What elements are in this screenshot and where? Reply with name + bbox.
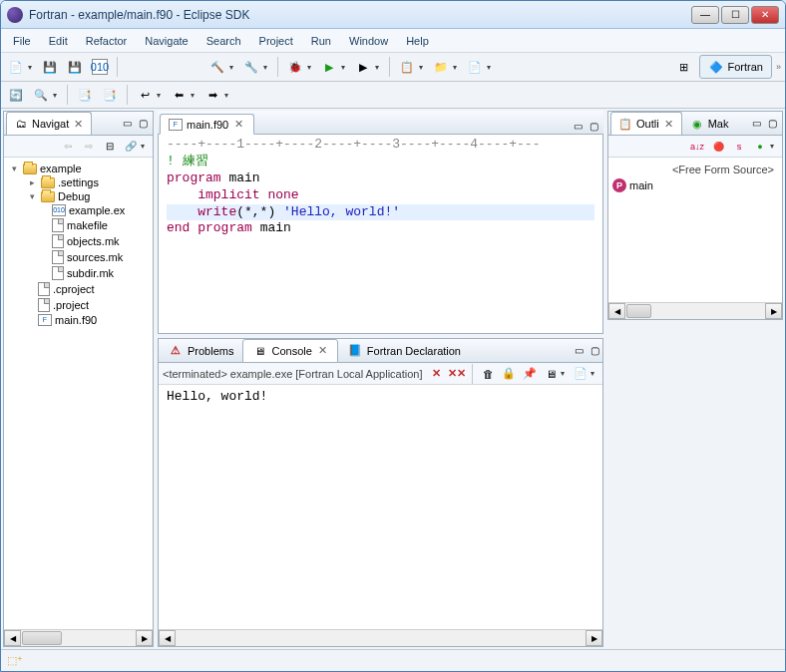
maximize-button[interactable]: ☐ <box>721 6 749 24</box>
outline-tab[interactable]: 📋 Outli ✕ <box>610 112 682 135</box>
sort-button[interactable]: a↓z <box>688 138 706 156</box>
console-tab-close-icon[interactable]: ✕ <box>316 344 329 357</box>
bottom-maximize-icon[interactable]: ▢ <box>587 343 602 359</box>
new-button[interactable]: 📄 <box>5 56 27 78</box>
outline-hscroll[interactable]: ◀▶ <box>608 302 782 319</box>
remove-launch-button[interactable]: ✕✕ <box>448 365 466 383</box>
menu-run[interactable]: Run <box>303 32 339 50</box>
tree-root[interactable]: ▾ example <box>8 162 149 175</box>
file-icon <box>52 218 64 232</box>
refresh-button[interactable]: 🔄 <box>5 84 27 106</box>
tree-item[interactable]: subdir.mk <box>8 265 149 281</box>
file-icon <box>38 298 50 312</box>
target-button[interactable]: 🔧 <box>240 56 262 78</box>
editor-ruler: ----+----1----+----2----+----3----+----4… <box>167 137 594 154</box>
link-editor-button[interactable]: 🔗 <box>122 138 140 156</box>
tree-item[interactable]: objects.mk <box>8 233 149 249</box>
new-class-button[interactable]: 📋 <box>396 56 418 78</box>
file-icon <box>52 234 64 248</box>
problems-tab[interactable]: ⚠ Problems <box>159 339 242 363</box>
scroll-lock-button[interactable]: 🔒 <box>500 365 518 383</box>
tree-item[interactable]: makefile <box>8 217 149 233</box>
menu-navigate[interactable]: Navigate <box>137 32 196 50</box>
file-icon <box>38 282 50 296</box>
tree-item[interactable]: 010 example.ex <box>8 203 149 217</box>
filter3-button[interactable]: ● <box>751 138 769 156</box>
make-button[interactable]: 010 <box>89 56 111 78</box>
outline-menu-icon[interactable]: ▾ <box>770 142 778 151</box>
console-output[interactable]: Hello, world! <box>159 385 602 629</box>
editor-body[interactable]: ----+----1----+----2----+----3----+----4… <box>158 135 603 334</box>
navigator-tab-label: Navigat <box>32 118 69 130</box>
console-hscroll[interactable]: ◀▶ <box>159 629 602 646</box>
view-menu-icon[interactable]: ▾ <box>141 142 149 151</box>
tree-item[interactable]: sources.mk <box>8 249 149 265</box>
bottom-minimize-icon[interactable]: ▭ <box>571 343 587 359</box>
build-button[interactable]: 🔨 <box>206 56 228 78</box>
exe-icon: 010 <box>52 204 66 216</box>
terminate-button[interactable]: ✕ <box>427 365 445 383</box>
clear-console-button[interactable]: 🗑 <box>479 365 497 383</box>
nav-fwd-button[interactable]: ⇨ <box>80 138 98 156</box>
minimize-button[interactable]: — <box>691 6 719 24</box>
outline-item[interactable]: P main <box>612 177 778 193</box>
navigator-close-icon[interactable]: ✕ <box>72 118 85 131</box>
filter2-button[interactable]: s <box>730 138 748 156</box>
menu-edit[interactable]: Edit <box>41 32 76 50</box>
display-selected-button[interactable]: 🖥 <box>542 365 560 383</box>
maximize-view-icon[interactable]: ▢ <box>135 116 151 132</box>
navigator-hscroll[interactable]: ◀▶ <box>4 629 153 646</box>
fortran-decl-tab[interactable]: 📘 Fortran Declaration <box>338 339 470 363</box>
tree-item[interactable]: F main.f90 <box>8 313 149 327</box>
new-folder-button[interactable]: 📁 <box>430 56 452 78</box>
fortran-perspective[interactable]: 🔷 Fortran <box>699 55 772 79</box>
f90-icon: F <box>169 119 183 131</box>
run-button[interactable]: ▶ <box>318 56 340 78</box>
project-icon <box>23 164 37 174</box>
f90-icon: F <box>38 314 52 326</box>
menu-file[interactable]: File <box>5 32 39 50</box>
tree-item[interactable]: ▾ Debug <box>8 189 149 203</box>
open-console-button[interactable]: 📄 <box>572 365 590 383</box>
external-tools-button[interactable]: ▶ <box>352 56 374 78</box>
toggle2-button[interactable]: 📑 <box>99 84 121 106</box>
outline-min-icon[interactable]: ▭ <box>748 116 764 132</box>
editor-tab[interactable]: F main.f90 ✕ <box>160 114 254 135</box>
last-edit-button[interactable]: ↩ <box>134 84 156 106</box>
console-tab[interactable]: 🖥 Console ✕ <box>242 339 337 363</box>
secondary-toolbar: 🔄 🔍▾ 📑 📑 ↩▾ ⬅▾ ➡▾ <box>1 82 785 109</box>
debug-button[interactable]: 🐞 <box>284 56 306 78</box>
filter1-button[interactable]: 🔴 <box>709 138 727 156</box>
save-button[interactable]: 💾 <box>39 56 61 78</box>
menu-help[interactable]: Help <box>398 32 437 50</box>
nav-back-button[interactable]: ⇦ <box>59 138 77 156</box>
tree-item[interactable]: .cproject <box>8 281 149 297</box>
make-tab[interactable]: ◉ Mak <box>682 112 736 135</box>
pin-console-button[interactable]: 📌 <box>521 365 539 383</box>
navigator-tab[interactable]: 🗂 Navigat ✕ <box>6 112 92 135</box>
file-icon <box>52 250 64 264</box>
forward-button[interactable]: ➡ <box>201 84 223 106</box>
tree-item[interactable]: .project <box>8 297 149 313</box>
outline-close-icon[interactable]: ✕ <box>662 118 675 131</box>
perspective-label: Fortran <box>728 61 763 73</box>
new-file-button[interactable]: 📄 <box>464 56 486 78</box>
outline-max-icon[interactable]: ▢ <box>764 116 780 132</box>
editor-minimize-icon[interactable]: ▭ <box>570 118 586 134</box>
save-all-button[interactable]: 💾 <box>64 56 86 78</box>
toggle1-button[interactable]: 📑 <box>74 84 96 106</box>
back-button[interactable]: ⬅ <box>168 84 190 106</box>
editor-maximize-icon[interactable]: ▢ <box>586 118 601 134</box>
menu-window[interactable]: Window <box>341 32 396 50</box>
collapse-all-button[interactable]: ⊟ <box>101 138 119 156</box>
open-perspective-button[interactable]: ⊞ <box>673 56 695 78</box>
menu-refactor[interactable]: Refactor <box>78 32 136 50</box>
editor-tab-close-icon[interactable]: ✕ <box>232 118 245 131</box>
window-title: Fortran - example/main.f90 - Eclipse SDK <box>29 8 691 22</box>
close-button[interactable]: ✕ <box>751 6 779 24</box>
menu-search[interactable]: Search <box>198 32 249 50</box>
minimize-view-icon[interactable]: ▭ <box>119 116 135 132</box>
search-button2[interactable]: 🔍 <box>30 84 52 106</box>
menu-project[interactable]: Project <box>251 32 301 50</box>
tree-item[interactable]: ▸ .settings <box>8 175 149 189</box>
